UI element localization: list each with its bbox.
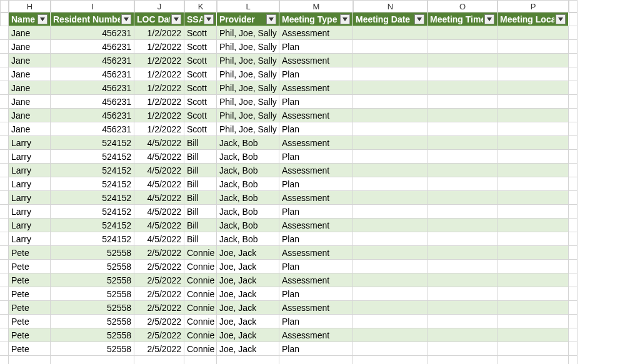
cell-meeting_time[interactable] (428, 232, 498, 246)
cell-name[interactable]: Pete (9, 273, 51, 287)
cell-meeting_date[interactable] (353, 164, 428, 177)
cell-ssa[interactable]: Scott (184, 81, 217, 95)
cell-provider[interactable]: Joe, Jack (217, 301, 279, 315)
cell-meeting_time[interactable] (428, 273, 498, 287)
cell-loc_date[interactable]: 4/5/2022 (134, 205, 184, 219)
cell-meeting_type[interactable]: Assessment (279, 109, 353, 122)
cell-loc_date[interactable]: 2/5/2022 (134, 260, 184, 273)
cell-meeting_date[interactable] (353, 273, 428, 287)
cell-meeting_type[interactable]: Plan (279, 260, 353, 273)
cell-resident_number[interactable]: 456231 (51, 26, 134, 40)
empty-cell[interactable] (51, 356, 134, 364)
table-header-cell[interactable]: Meeting Type (279, 12, 353, 26)
cell-provider[interactable]: Phil, Joe, Sally (217, 122, 279, 136)
empty-cell[interactable] (353, 356, 428, 364)
cell-loc_date[interactable]: 1/2/2022 (134, 26, 184, 40)
cell-meeting_type[interactable]: Assessment (279, 81, 353, 95)
cell-resident_number[interactable]: 52558 (51, 315, 134, 328)
cell-meeting_time[interactable] (428, 95, 498, 109)
cell-ssa[interactable]: Connie (184, 246, 217, 260)
empty-cell[interactable] (217, 356, 279, 364)
cell-meeting_date[interactable] (353, 40, 428, 54)
cell-meeting_date[interactable] (353, 109, 428, 122)
table-header-cell[interactable]: Meeting Time (428, 12, 498, 26)
cell-meeting_date[interactable] (353, 122, 428, 136)
cell-resident_number[interactable]: 52558 (51, 328, 134, 342)
filter-button[interactable] (121, 14, 131, 24)
cell-meeting_time[interactable] (428, 136, 498, 150)
cell-meeting_date[interactable] (353, 95, 428, 109)
column-header[interactable]: J (134, 0, 184, 12)
cell-meeting_date[interactable] (353, 177, 428, 191)
cell-resident_number[interactable]: 456231 (51, 67, 134, 81)
cell-name[interactable]: Pete (9, 342, 51, 356)
cell-meeting_type[interactable]: Assessment (279, 164, 353, 177)
cell-provider[interactable]: Phil, Joe, Sally (217, 95, 279, 109)
cell-name[interactable]: Jane (9, 40, 51, 54)
filter-button[interactable] (340, 14, 350, 24)
cell-loc_date[interactable]: 2/5/2022 (134, 342, 184, 356)
cell-meeting_date[interactable] (353, 136, 428, 150)
column-header[interactable]: P (498, 0, 569, 12)
cell-meeting_type[interactable]: Assessment (279, 301, 353, 315)
cell-meeting_location[interactable] (498, 150, 569, 164)
cell-meeting_time[interactable] (428, 81, 498, 95)
cell-name[interactable]: Larry (9, 136, 51, 150)
cell-meeting_type[interactable]: Plan (279, 122, 353, 136)
table-header-cell[interactable]: SSA (184, 12, 217, 26)
cell-meeting_location[interactable] (498, 136, 569, 150)
cell-loc_date[interactable]: 1/2/2022 (134, 122, 184, 136)
cell-meeting_date[interactable] (353, 328, 428, 342)
cell-name[interactable]: Pete (9, 246, 51, 260)
cell-meeting_location[interactable] (498, 177, 569, 191)
cell-meeting_date[interactable] (353, 246, 428, 260)
cell-name[interactable]: Jane (9, 122, 51, 136)
cell-resident_number[interactable]: 52558 (51, 260, 134, 273)
cell-meeting_type[interactable]: Assessment (279, 54, 353, 67)
cell-ssa[interactable]: Bill (184, 164, 217, 177)
cell-ssa[interactable]: Scott (184, 95, 217, 109)
cell-resident_number[interactable]: 524152 (51, 205, 134, 219)
cell-meeting_date[interactable] (353, 342, 428, 356)
cell-provider[interactable]: Jack, Bob (217, 177, 279, 191)
cell-loc_date[interactable]: 1/2/2022 (134, 67, 184, 81)
cell-meeting_date[interactable] (353, 315, 428, 328)
cell-name[interactable]: Pete (9, 260, 51, 273)
cell-meeting_location[interactable] (498, 109, 569, 122)
cell-meeting_location[interactable] (498, 342, 569, 356)
cell-provider[interactable]: Phil, Joe, Sally (217, 67, 279, 81)
table-header-cell[interactable]: Meeting Date (353, 12, 428, 26)
column-header[interactable]: I (51, 0, 134, 12)
cell-meeting_type[interactable]: Assessment (279, 26, 353, 40)
cell-meeting_time[interactable] (428, 67, 498, 81)
cell-meeting_type[interactable]: Plan (279, 315, 353, 328)
cell-ssa[interactable]: Bill (184, 219, 217, 232)
cell-meeting_location[interactable] (498, 81, 569, 95)
cell-ssa[interactable]: Bill (184, 205, 217, 219)
cell-meeting_location[interactable] (498, 40, 569, 54)
cell-resident_number[interactable]: 456231 (51, 122, 134, 136)
cell-name[interactable]: Larry (9, 177, 51, 191)
cell-meeting_type[interactable]: Plan (279, 287, 353, 301)
cell-name[interactable]: Pete (9, 287, 51, 301)
cell-ssa[interactable]: Bill (184, 191, 217, 205)
cell-meeting_date[interactable] (353, 81, 428, 95)
cell-name[interactable]: Jane (9, 26, 51, 40)
filter-button[interactable] (171, 14, 181, 24)
column-header[interactable]: H (9, 0, 51, 12)
cell-meeting_location[interactable] (498, 232, 569, 246)
cell-provider[interactable]: Phil, Joe, Sally (217, 109, 279, 122)
cell-loc_date[interactable]: 2/5/2022 (134, 315, 184, 328)
cell-meeting_type[interactable]: Plan (279, 150, 353, 164)
cell-ssa[interactable]: Scott (184, 40, 217, 54)
cell-meeting_type[interactable]: Plan (279, 205, 353, 219)
cell-meeting_time[interactable] (428, 315, 498, 328)
spreadsheet-grid[interactable]: HIJKLMNOPNameResident NumberLOC DateSSAP… (0, 0, 620, 364)
cell-meeting_time[interactable] (428, 260, 498, 273)
cell-name[interactable]: Larry (9, 232, 51, 246)
cell-ssa[interactable]: Scott (184, 26, 217, 40)
cell-ssa[interactable]: Bill (184, 136, 217, 150)
cell-meeting_date[interactable] (353, 205, 428, 219)
cell-meeting_time[interactable] (428, 287, 498, 301)
cell-name[interactable]: Larry (9, 219, 51, 232)
